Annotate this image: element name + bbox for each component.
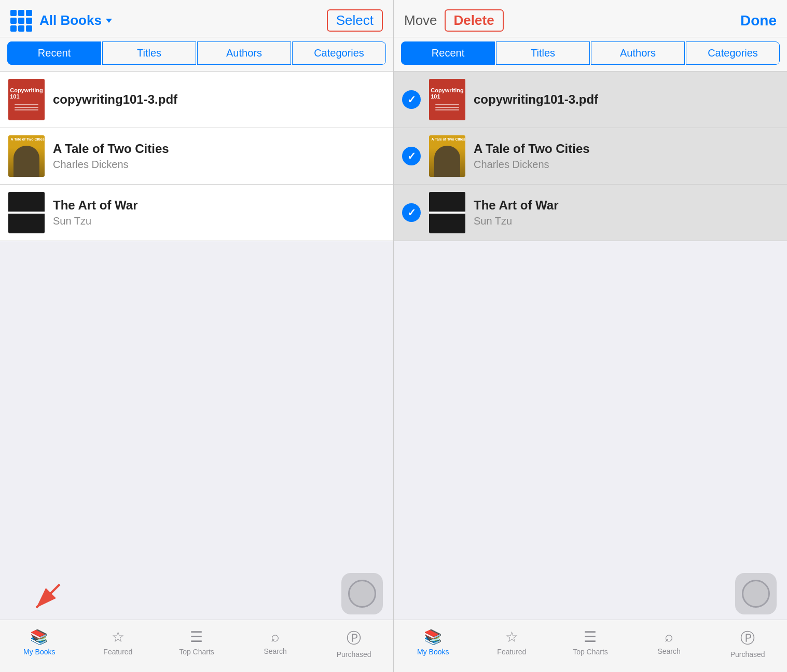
check-circle-tale <box>402 147 421 165</box>
book-item-tale-right[interactable]: A Tale of Two Cities A Tale of Two Citie… <box>394 128 787 185</box>
book-info-pdf-right: copywriting101-3.pdf <box>474 92 779 107</box>
tab-featured-label-right: Featured <box>497 648 526 656</box>
tab-search-label-right: Search <box>657 647 680 655</box>
book-cover-tale-right: A Tale of Two Cities <box>429 135 465 177</box>
right-empty-area <box>394 241 787 345</box>
left-home-button-inner <box>348 580 376 608</box>
tab-recent-left[interactable]: Recent <box>7 41 101 65</box>
left-empty-area <box>0 241 393 345</box>
book-title-pdf-right: copywriting101-3.pdf <box>474 92 779 107</box>
tab-titles-right[interactable]: Titles <box>496 41 590 65</box>
book-info-aow-right: The Art of War Sun Tzu <box>474 198 779 227</box>
tab-mybooks-right[interactable]: 📚 My Books <box>394 625 473 662</box>
right-home-button-inner <box>742 580 770 608</box>
header-left: All Books <box>10 10 112 32</box>
book-title-aow-right: The Art of War <box>474 198 779 213</box>
right-panel: Move Delete Done Recent Titles Authors C… <box>393 0 787 672</box>
red-arrow-annotation <box>31 582 62 615</box>
tab-purchased-left[interactable]: Ⓟ Purchased <box>314 625 393 662</box>
book-title-aow-left: The Art of War <box>53 198 385 213</box>
right-home-btn-area <box>394 568 787 620</box>
left-segment-bar: Recent Titles Authors Categories <box>0 37 393 72</box>
tab-topcharts-label-left: Top Charts <box>179 648 214 656</box>
book-item-pdf-right[interactable]: Copywriting 101 copywriting101-3.pdf <box>394 72 787 128</box>
tab-mybooks-label-left: My Books <box>23 648 55 656</box>
tab-categories-right[interactable]: Categories <box>686 41 780 65</box>
tab-purchased-label-left: Purchased <box>337 650 371 659</box>
all-books-label: All Books <box>39 12 102 29</box>
book-item-pdf-left[interactable]: Copywriting 101 copywriting101-3.pdf <box>0 72 393 128</box>
book-author-tale-left: Charles Dickens <box>53 159 385 171</box>
left-book-list: Copywriting 101 copywriting101-3.pdf A T… <box>0 72 393 568</box>
check-circle-aow <box>402 203 421 222</box>
books-icon-right: 📚 <box>424 628 442 646</box>
book-author-aow-right: Sun Tzu <box>474 215 779 227</box>
tab-recent-right[interactable]: Recent <box>401 41 495 65</box>
tab-search-right[interactable]: ⌕ Search <box>630 625 709 662</box>
grid-icon[interactable] <box>10 10 32 32</box>
tab-purchased-right[interactable]: Ⓟ Purchased <box>708 625 787 662</box>
book-title-tale-left: A Tale of Two Cities <box>53 142 385 157</box>
book-title-tale-right: A Tale of Two Cities <box>474 142 779 157</box>
book-info-aow-left: The Art of War Sun Tzu <box>53 198 385 227</box>
tab-topcharts-label-right: Top Charts <box>573 648 608 656</box>
delete-button[interactable]: Delete <box>445 9 504 32</box>
book-item-tale-left[interactable]: A Tale of Two Cities A Tale of Two Citie… <box>0 128 393 185</box>
left-home-button[interactable] <box>341 573 383 614</box>
book-title-pdf-left: copywriting101-3.pdf <box>53 92 385 107</box>
book-cover-pdf-right: Copywriting 101 <box>429 79 465 120</box>
book-cover-aow-left <box>8 192 45 233</box>
book-info-pdf-left: copywriting101-3.pdf <box>53 92 385 107</box>
right-home-button[interactable] <box>735 573 777 614</box>
svg-line-1 <box>36 584 60 608</box>
books-icon-left: 📚 <box>30 628 48 646</box>
done-button[interactable]: Done <box>740 12 777 29</box>
list-icon-right: ☰ <box>584 628 597 646</box>
list-icon-left: ☰ <box>190 628 203 646</box>
tab-featured-right[interactable]: ☆ Featured <box>473 625 551 662</box>
book-item-aow-right[interactable]: The Art of War Sun Tzu <box>394 185 787 241</box>
tab-mybooks-label-right: My Books <box>417 648 449 656</box>
right-book-list: Copywriting 101 copywriting101-3.pdf A T… <box>394 72 787 568</box>
left-tab-bar: 📚 My Books ☆ Featured ☰ Top Charts ⌕ Sea… <box>0 620 393 672</box>
book-author-aow-left: Sun Tzu <box>53 215 385 227</box>
right-segment-bar: Recent Titles Authors Categories <box>394 37 787 72</box>
tab-purchased-label-right: Purchased <box>730 650 765 659</box>
book-info-tale-right: A Tale of Two Cities Charles Dickens <box>474 142 779 171</box>
book-cover-aow-right <box>429 192 465 233</box>
tab-authors-right[interactable]: Authors <box>591 41 685 65</box>
select-button[interactable]: Select <box>327 9 383 32</box>
tab-mybooks-left[interactable]: 📚 My Books <box>0 625 79 662</box>
left-panel: All Books Select Recent Titles Authors C… <box>0 0 393 672</box>
tab-topcharts-right[interactable]: ☰ Top Charts <box>551 625 630 662</box>
tab-featured-label-left: Featured <box>103 648 132 656</box>
search-icon-left: ⌕ <box>271 628 280 645</box>
chevron-down-icon <box>106 19 112 23</box>
book-cover-pdf-left: Copywriting 101 <box>8 79 45 120</box>
tab-search-label-left: Search <box>264 647 286 655</box>
right-tab-bar: 📚 My Books ☆ Featured ☰ Top Charts ⌕ Sea… <box>394 620 787 672</box>
tab-topcharts-left[interactable]: ☰ Top Charts <box>157 625 236 662</box>
person-icon-left: Ⓟ <box>347 628 361 648</box>
book-author-tale-right: Charles Dickens <box>474 159 779 171</box>
book-cover-tale-left: A Tale of Two Cities <box>8 135 45 177</box>
right-header: Move Delete Done <box>394 0 787 37</box>
star-icon-right: ☆ <box>505 628 518 646</box>
all-books-button[interactable]: All Books <box>39 12 112 29</box>
star-icon-left: ☆ <box>112 628 125 646</box>
tab-titles-left[interactable]: Titles <box>102 41 196 65</box>
search-icon-right: ⌕ <box>665 628 673 645</box>
right-header-left: Move Delete <box>404 9 504 32</box>
move-button[interactable]: Move <box>404 12 437 29</box>
tab-featured-left[interactable]: ☆ Featured <box>79 625 158 662</box>
check-circle-pdf <box>402 90 421 109</box>
book-info-tale-left: A Tale of Two Cities Charles Dickens <box>53 142 385 171</box>
left-header: All Books Select <box>0 0 393 37</box>
tab-authors-left[interactable]: Authors <box>197 41 291 65</box>
person-icon-right: Ⓟ <box>740 628 755 648</box>
book-item-aow-left[interactable]: The Art of War Sun Tzu <box>0 185 393 241</box>
tab-categories-left[interactable]: Categories <box>292 41 386 65</box>
tab-search-left[interactable]: ⌕ Search <box>236 625 315 662</box>
